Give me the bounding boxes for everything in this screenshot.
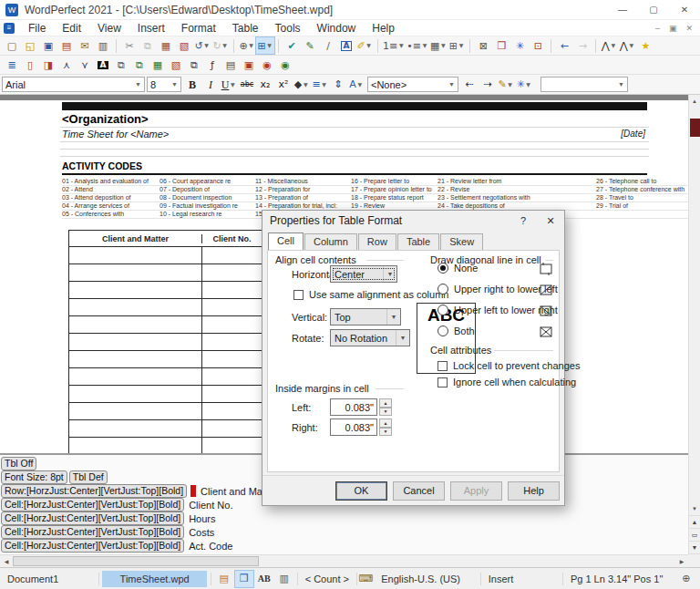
menu-table[interactable]: Table	[224, 21, 267, 36]
lock-cell-checkbox[interactable]: Lock cell to prevent changes	[438, 360, 580, 371]
page-border-icon[interactable]: ▯	[21, 57, 39, 73]
find-icon[interactable]: ◉	[258, 57, 276, 73]
back-icon[interactable]: ←	[555, 37, 573, 54]
justify-icon[interactable]: ≣	[3, 57, 21, 73]
diagonal-option-none[interactable]: None	[438, 263, 478, 274]
spin-up-icon[interactable]: ▲	[379, 398, 392, 408]
active-document-tab[interactable]: TimeSheet.wpd	[102, 571, 206, 587]
printer-status-icon[interactable]: ▥	[275, 571, 293, 587]
macro-icon[interactable]: ⋀▼	[600, 37, 618, 54]
dialog-close-icon[interactable]: ✕	[537, 211, 564, 231]
print-icon[interactable]: ▥	[94, 37, 112, 54]
mdi-minimize-icon[interactable]: –	[655, 24, 660, 33]
proofread-icon[interactable]: ✔	[283, 37, 301, 54]
italic-icon[interactable]: I	[201, 77, 220, 93]
reveal-code-token[interactable]: Font Size: 8pt	[1, 470, 67, 484]
print-pdf-icon[interactable]: ▤	[57, 37, 76, 54]
margin-left-spinner[interactable]: 0.083" ▲▼	[330, 398, 392, 416]
redo-icon[interactable]: ↻▼	[211, 37, 230, 54]
copy-format-icon[interactable]: ⧉	[185, 57, 203, 73]
help-button[interactable]: Help	[508, 481, 560, 501]
spin-up-icon[interactable]: ▲	[379, 418, 392, 428]
find-next-icon[interactable]: ◉	[276, 57, 294, 73]
diagonal-option-both[interactable]: Both	[438, 326, 475, 336]
same-alignment-checkbox[interactable]: Use same alignment as column	[293, 289, 448, 300]
cancel-button[interactable]: Cancel	[393, 481, 445, 501]
spin-down-icon[interactable]: ▼	[379, 408, 392, 417]
ok-button[interactable]: OK	[335, 481, 387, 501]
macro-edit-icon[interactable]: ⋀▼	[618, 37, 636, 54]
spreadsheet-icon[interactable]: ▦	[149, 57, 167, 73]
menu-tools[interactable]: Tools	[267, 21, 309, 36]
horizontal-combo[interactable]: Center ▼	[330, 265, 397, 283]
strikethrough-icon[interactable]: abc	[238, 77, 256, 93]
scroll-right-button[interactable]: ▶	[675, 555, 688, 567]
highlight-icon[interactable]: ✐▼	[355, 37, 374, 54]
menu-insert[interactable]: Insert	[129, 21, 173, 36]
forward-icon[interactable]: →	[573, 37, 592, 54]
reveal-code-token[interactable]: Cell:[HorzJust:Center][VertJust:Top][Bol…	[1, 512, 184, 525]
menu-window[interactable]: Window	[309, 21, 365, 36]
grammar-pen-icon[interactable]: ✎▼	[497, 77, 515, 93]
margin-right-spinner[interactable]: 0.083" ▲▼	[330, 418, 392, 436]
save-icon[interactable]: ▣	[39, 37, 57, 54]
reveal-code-token[interactable]: Cell:[HorzJust:Center][VertJust:Top][Bol…	[1, 525, 184, 539]
letterspacing-increase-icon[interactable]: ⇢	[479, 77, 497, 93]
save-version-icon[interactable]: ▣	[240, 57, 258, 73]
menu-format[interactable]: Format	[173, 21, 224, 36]
numbered-list-icon[interactable]: 1≡▼	[382, 37, 406, 54]
dialog-help-icon[interactable]: ?	[510, 211, 537, 231]
quickwords-icon[interactable]: ✳▼	[515, 77, 533, 93]
language-status[interactable]: English-U.S. (US)	[374, 574, 480, 584]
dialog-title-bar[interactable]: Properties for Table Format ? ✕	[262, 211, 564, 231]
tab-table[interactable]: Table	[397, 233, 439, 250]
send-icon[interactable]: ✎	[301, 37, 319, 54]
zoom-status-icon[interactable]: ⊕	[678, 571, 695, 587]
reverse-text-icon[interactable]: A	[94, 57, 112, 73]
tab-column[interactable]: Column	[304, 233, 357, 250]
menu-help[interactable]: Help	[364, 21, 403, 36]
bullet-list-icon[interactable]: •≡▼	[406, 37, 429, 54]
dictionary-icon[interactable]: ❒	[492, 37, 510, 54]
maximize-button[interactable]: ▢	[638, 0, 669, 19]
table-format-icon[interactable]: ⊡	[529, 37, 547, 54]
function-icon[interactable]: ƒ	[203, 57, 221, 73]
letterspacing-decrease-icon[interactable]: ⇠	[460, 77, 479, 93]
new-document-icon[interactable]: ▢	[3, 37, 21, 54]
text-box-icon[interactable]: A	[337, 37, 355, 54]
favorites-icon[interactable]: ★	[636, 37, 654, 54]
menu-edit[interactable]: Edit	[54, 21, 89, 36]
scroll-down-button[interactable]: ▼	[689, 502, 700, 515]
page-view-icon[interactable]: ⊞▼	[256, 37, 274, 54]
draw-line-icon[interactable]: ∕	[319, 37, 337, 54]
minimize-button[interactable]: —	[607, 0, 638, 19]
next-page-button[interactable]: ▼	[689, 541, 700, 553]
cursor-position-status[interactable]: Pg 1 Ln 3.14" Pos 1"	[563, 574, 678, 584]
tab-cell[interactable]: Cell	[268, 232, 304, 251]
keyboard-icon[interactable]: ⌨	[357, 571, 374, 587]
reveal-code-token[interactable]: Row:[HorzJust:Center][VertJust:Top][Bold…	[1, 484, 187, 498]
font-face-combo[interactable]: Arial ▼	[2, 77, 145, 92]
subscript-icon[interactable]: x₂	[256, 77, 274, 93]
org-chart-icon[interactable]: ⧉	[112, 57, 130, 73]
insert-mode-status[interactable]: Insert	[481, 574, 562, 584]
line-spacing-icon[interactable]: ⇕	[329, 77, 347, 93]
reveal-code-token[interactable]: Cell:[HorzJust:Center][VertJust:Top][Bol…	[1, 498, 184, 512]
tab-row[interactable]: Row	[358, 233, 396, 250]
paste-special-icon[interactable]: ▧	[175, 37, 193, 54]
mdi-close-icon[interactable]: ✕	[685, 24, 693, 33]
open-icon[interactable]: ◱	[21, 37, 39, 54]
ignore-cell-checkbox[interactable]: Ignore cell when calculating	[438, 377, 576, 388]
font-attributes-icon[interactable]: A▼	[347, 77, 365, 93]
spin-down-icon[interactable]: ▼	[379, 428, 392, 437]
vertical-scrollbar-thumb[interactable]	[690, 119, 700, 137]
close-button[interactable]: ✕	[669, 0, 700, 19]
frame-icon[interactable]: ⊠	[474, 37, 492, 54]
superscript-icon[interactable]: x²	[274, 77, 293, 93]
zoom-icon[interactable]: ⊕▼	[238, 37, 256, 54]
bold-icon[interactable]: B	[183, 77, 201, 93]
general-status[interactable]: Document1	[0, 574, 98, 584]
table-icon[interactable]: ▦▼	[429, 37, 448, 54]
file-status-icon[interactable]: ▤	[215, 571, 233, 587]
copy-icon[interactable]: ⧉	[139, 37, 157, 54]
